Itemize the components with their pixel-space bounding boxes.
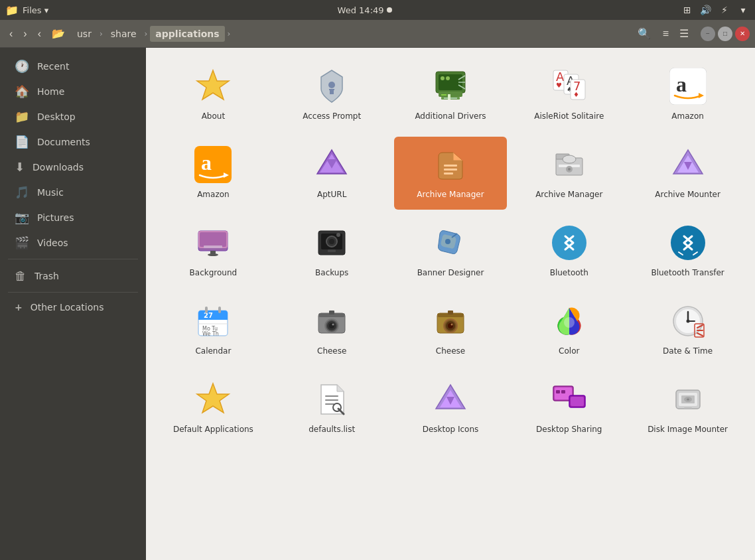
color-label: Color xyxy=(559,346,579,357)
svg-point-1 xyxy=(328,82,335,88)
sidebar-item-desktop[interactable]: 📁 Desktop xyxy=(4,104,142,129)
app-archive-mounter[interactable]: Archive Mounter xyxy=(631,137,744,210)
default-apps-label: Default Applications xyxy=(173,425,253,435)
app-color[interactable]: Color xyxy=(512,293,626,366)
desktop-sharing-icon xyxy=(548,378,590,421)
view-list-button[interactable]: ≡ xyxy=(659,25,673,42)
app-archive-manager-selected[interactable]: Archive Manager xyxy=(394,137,508,210)
system-menu-icon[interactable]: ▾ xyxy=(736,3,750,17)
sidebar-label-trash: Trash xyxy=(34,271,59,281)
search-button[interactable]: 🔍 xyxy=(632,25,656,42)
sidebar-item-home[interactable]: 🏠 Home xyxy=(4,79,142,104)
sidebar-item-trash[interactable]: 🗑 Trash xyxy=(4,263,142,288)
app-cheese1[interactable]: Cheese xyxy=(275,293,389,366)
window-controls: − □ ✕ xyxy=(701,27,750,41)
app-bluetooth[interactable]: Bluetooth xyxy=(512,215,626,288)
access-prompt-label: Access Prompt xyxy=(303,111,361,122)
minimize-button[interactable]: − xyxy=(701,27,715,41)
amazon1-label: Amazon xyxy=(671,111,704,122)
aisleriot-label: AisleRiot Solitaire xyxy=(534,111,604,122)
app-default-apps[interactable]: Default Applications xyxy=(157,372,270,445)
breadcrumb-usr[interactable]: usr xyxy=(72,26,97,42)
maximize-button[interactable]: □ xyxy=(718,27,732,41)
power-icon: ⚡ xyxy=(718,3,731,17)
app-archive-manager[interactable]: Archive Manager xyxy=(512,137,626,210)
app-disk-image[interactable]: Disk Image Mounter xyxy=(631,372,744,445)
desktop-icons-label: Desktop Icons xyxy=(423,425,479,435)
svg-marker-88 xyxy=(197,384,229,413)
sidebar-item-documents[interactable]: 📄 Documents xyxy=(4,129,142,154)
sidebar-item-recent[interactable]: 🕐 Recent xyxy=(4,54,142,78)
svg-rect-45 xyxy=(200,232,226,247)
app-defaults-list[interactable]: defaults.list xyxy=(275,372,389,445)
calendar-label: Calendar xyxy=(195,346,231,357)
svg-point-39 xyxy=(568,168,571,171)
cheese1-label: Cheese xyxy=(317,346,346,357)
svg-rect-62 xyxy=(205,307,208,313)
sidebar-divider xyxy=(8,259,138,259)
app-amazon1[interactable]: a Amazon xyxy=(631,58,744,131)
app-aisleriot[interactable]: A ♥ A ♠ 7 ♦ AisleRiot Solitaire xyxy=(512,58,626,131)
archive-manager-selected-icon xyxy=(429,143,472,186)
app-apturl[interactable]: AptURL xyxy=(275,137,389,210)
sidebar-item-music[interactable]: 🎵 Music xyxy=(4,180,142,204)
svg-point-106 xyxy=(687,399,689,401)
sidebar-label-other: Other Locations xyxy=(31,302,104,313)
back-button[interactable]: ‹ xyxy=(5,25,17,42)
svg-point-6 xyxy=(441,76,445,80)
app-additional-drivers[interactable]: Additional Drivers xyxy=(394,58,508,131)
view-grid-button[interactable]: ☰ xyxy=(675,25,693,42)
desktop-icons-icon xyxy=(429,378,472,421)
sidebar-item-downloads[interactable]: ⬇ Downloads xyxy=(4,155,142,179)
close-button[interactable]: ✕ xyxy=(735,27,750,41)
app-banner-designer[interactable]: Banner Designer xyxy=(394,215,508,288)
sidebar-item-pictures[interactable]: 📷 Pictures xyxy=(4,205,142,230)
breadcrumb-share[interactable]: share xyxy=(105,26,142,42)
sidebar-label-desktop: Desktop xyxy=(37,111,76,122)
svg-rect-22 xyxy=(669,68,707,105)
navbar: ‹ › ‹ 📂 usr › share › applications › 🔍 ≡… xyxy=(0,20,755,48)
backups-label: Backups xyxy=(315,268,348,279)
svg-rect-101 xyxy=(561,390,565,393)
svg-rect-90 xyxy=(325,399,338,401)
svg-rect-3 xyxy=(330,90,334,94)
forward-button[interactable]: › xyxy=(19,25,31,42)
app-title[interactable]: Files ▾ xyxy=(23,5,48,15)
sidebar-item-other[interactable]: + Other Locations xyxy=(4,297,142,318)
app-cheese2[interactable]: Cheese xyxy=(394,293,508,366)
datetime-label: Date & Time xyxy=(663,346,713,357)
app-desktop-sharing[interactable]: Desktop Sharing xyxy=(512,372,626,445)
content-area: About Access Prompt xyxy=(146,48,755,560)
archive-mounter-icon xyxy=(667,143,709,186)
svg-rect-33 xyxy=(444,173,453,175)
defaults-list-icon xyxy=(310,378,353,421)
archive-mounter-label: Archive Mounter xyxy=(655,190,721,200)
folder-icon: 📂 xyxy=(48,25,69,42)
app-backups[interactable]: Backups xyxy=(275,215,389,288)
app-access-prompt[interactable]: Access Prompt xyxy=(275,58,389,131)
network-icon: ⊞ xyxy=(681,3,694,17)
svg-text:We Th: We Th xyxy=(202,331,219,337)
svg-rect-53 xyxy=(328,249,336,252)
svg-point-7 xyxy=(446,76,450,80)
sidebar-item-videos[interactable]: 🎬 Videos xyxy=(4,230,142,255)
parent-button[interactable]: ‹ xyxy=(34,25,45,42)
app-about[interactable]: About xyxy=(157,58,270,131)
svg-point-57 xyxy=(671,226,705,260)
app-bluetooth-transfer[interactable]: Bluetooth Transfer xyxy=(631,215,744,288)
svg-marker-0 xyxy=(197,70,229,100)
backups-icon xyxy=(310,222,353,264)
topbar-left: 📁 Files ▾ xyxy=(5,4,48,17)
amazon1-icon: a xyxy=(667,65,709,107)
breadcrumb-applications[interactable]: applications xyxy=(150,26,224,42)
app-background[interactable]: Background xyxy=(157,215,270,288)
svg-rect-63 xyxy=(218,307,221,313)
app-calendar[interactable]: 27 Mo Tu We Th Calendar xyxy=(157,293,270,366)
app-datetime[interactable]: Date & Time xyxy=(631,293,744,366)
app-amazon2[interactable]: a Amazon xyxy=(157,137,270,210)
trash-icon: 🗑 xyxy=(15,269,27,283)
archive-manager-label: Archive Manager xyxy=(535,190,602,200)
app-desktop-icons[interactable]: Desktop Icons xyxy=(394,372,508,445)
downloads-icon: ⬇ xyxy=(15,160,25,174)
archive-manager-icon xyxy=(548,143,590,186)
